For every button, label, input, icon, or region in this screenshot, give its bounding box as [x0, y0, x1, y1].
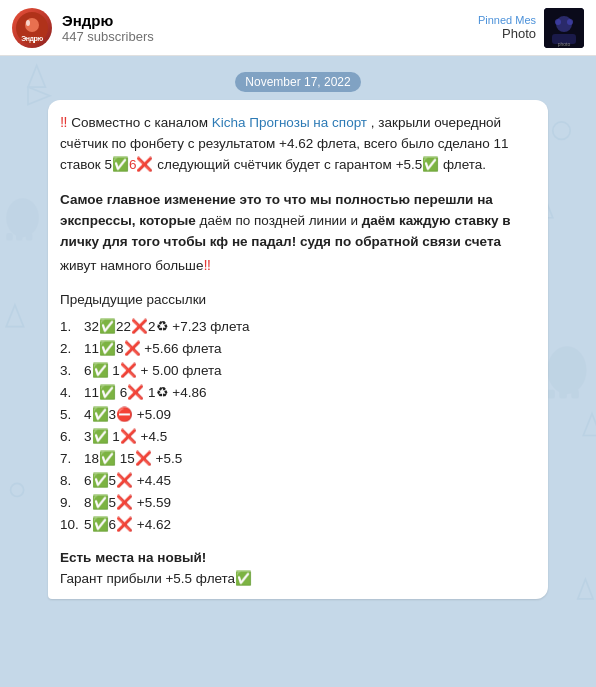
list-item: 8. 6✅5❌ +4.45 — [60, 471, 536, 492]
chat-area: November 17, 2022 ‼️ Совместно с каналом… — [0, 56, 596, 687]
list-text: 11✅ 6❌ 1♻ +4.86 — [84, 383, 206, 404]
list-item: 10. 5✅6❌ +4.62 — [60, 515, 536, 536]
list-num: 2. — [60, 339, 82, 360]
prev-section: Предыдущие рассылки 1. 32✅22❌2♻ +7.23 фл… — [60, 290, 536, 535]
exclamation-mark: ‼️ — [60, 113, 68, 130]
normal-text-1: даём по поздней линии и — [200, 213, 362, 228]
pinned-thumbnail[interactable]: photo — [544, 8, 584, 48]
header-left: Эндрю Эндрю 447 subscribers — [12, 8, 154, 48]
message-text-3: следующий счётчик будет с гарантом +5.5 — [157, 157, 422, 172]
list-text: 11✅8❌ +5.66 флета — [84, 339, 222, 360]
list-item: 7. 18✅ 15❌ +5.5 — [60, 449, 536, 470]
list-text: 4✅3⛔ +5.09 — [84, 405, 171, 426]
footer-line-1: Есть места на новый! — [60, 548, 536, 569]
list-text: 6✅5❌ +4.45 — [84, 471, 171, 492]
list-num: 6. — [60, 427, 82, 448]
header-right: Pinned Mes Photo photo — [478, 8, 584, 48]
list-item: 4. 11✅ 6❌ 1♻ +4.86 — [60, 383, 536, 404]
list-num: 3. — [60, 361, 82, 382]
pinned-photo-widget[interactable]: Pinned Mes Photo photo — [478, 8, 584, 48]
message-text-1: Совместно с каналом — [71, 115, 211, 130]
list-text: 6✅ 1❌ + 5.00 флета — [84, 361, 221, 382]
list-text: 8✅5❌ +5.59 — [84, 493, 171, 514]
list-num: 1. — [60, 317, 82, 338]
list-num: 8. — [60, 471, 82, 492]
list-text: 32✅22❌2♻ +7.23 флета — [84, 317, 250, 338]
x-icon-1: 6❌ — [129, 157, 154, 172]
list-num: 9. — [60, 493, 82, 514]
list-item: 3. 6✅ 1❌ + 5.00 флета — [60, 361, 536, 382]
header: Эндрю Эндрю 447 subscribers Pinned Mes P… — [0, 0, 596, 56]
channel-info: Эндрю 447 subscribers — [62, 12, 154, 44]
message-paragraph-2: Самое главное изменение это то что мы по… — [60, 190, 536, 277]
list-item: 5. 4✅3⛔ +5.09 — [60, 405, 536, 426]
footer-line-2: Гарант прибыли +5.5 флета✅ — [60, 569, 536, 590]
subscriber-count: 447 subscribers — [62, 29, 154, 44]
list-item: 2. 11✅8❌ +5.66 флета — [60, 339, 536, 360]
list-item: 9. 8✅5❌ +5.59 — [60, 493, 536, 514]
date-badge-text: November 17, 2022 — [235, 72, 360, 92]
check-icon-1: ✅ — [112, 157, 129, 172]
date-badge: November 17, 2022 — [12, 72, 584, 92]
list-num: 4. — [60, 383, 82, 404]
list-section: 1. 32✅22❌2♻ +7.23 флета 2. 11✅8❌ +5.66 ф… — [60, 317, 536, 535]
list-text: 18✅ 15❌ +5.5 — [84, 449, 182, 470]
svg-point-20 — [567, 19, 573, 25]
list-item: 6. 3✅ 1❌ +4.5 — [60, 427, 536, 448]
avatar: Эндрю — [12, 8, 52, 48]
list-text: 5✅6❌ +4.62 — [84, 515, 171, 536]
pinned-sublabel: Photo — [502, 26, 536, 41]
list-num: 5. — [60, 405, 82, 426]
svg-point-19 — [555, 19, 561, 25]
svg-text:photo: photo — [558, 41, 571, 47]
pinned-thumb-image: photo — [544, 8, 584, 48]
pinned-label: Pinned Mes — [478, 14, 536, 26]
message-bubble: ‼️ Совместно с каналом Kicha Прогнозы на… — [48, 100, 548, 599]
avatar-image: Эндрю — [12, 8, 52, 48]
svg-text:Эндрю: Эндрю — [21, 35, 43, 43]
list-num: 7. — [60, 449, 82, 470]
message-paragraph-1: ‼️ Совместно с каналом Kicha Прогнозы на… — [60, 110, 536, 176]
channel-link[interactable]: Kicha Прогнозы на спорт — [212, 115, 367, 130]
footer-section: Есть места на новый! Гарант прибыли +5.5… — [60, 548, 536, 590]
list-item: 1. 32✅22❌2♻ +7.23 флета — [60, 317, 536, 338]
list-num: 10. — [60, 515, 82, 536]
prev-label: Предыдущие рассылки — [60, 290, 536, 311]
message-text-4: флета. — [439, 157, 486, 172]
exclamation-mark-2: ‼️ — [203, 256, 211, 273]
channel-name: Эндрю — [62, 12, 154, 29]
svg-point-14 — [26, 20, 30, 26]
normal-text-2: живут намного больше — [60, 258, 203, 273]
list-text: 3✅ 1❌ +4.5 — [84, 427, 167, 448]
check-icon-2: ✅ — [422, 157, 439, 172]
